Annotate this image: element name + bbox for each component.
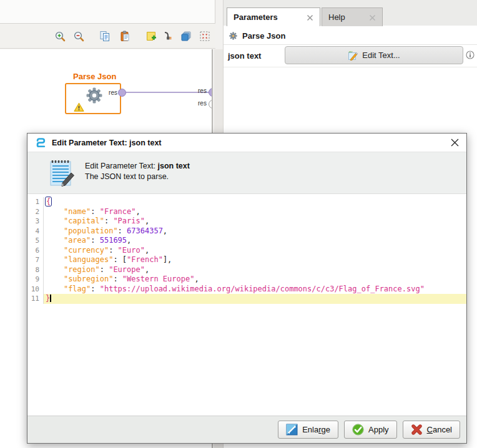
bring-to-front-icon[interactable]: [180, 31, 192, 42]
tab-help[interactable]: Help: [322, 7, 383, 26]
code-line[interactable]: 7 "languages": ["French"],: [27, 255, 466, 265]
zoom-in-icon[interactable]: [54, 31, 66, 42]
code-line[interactable]: 11}: [27, 294, 466, 304]
result-port-2[interactable]: [209, 100, 213, 109]
param-json-text-label: json text: [228, 51, 261, 61]
json-text-editor[interactable]: 1{2 "name": "France",3 "capital": "Paris…: [27, 194, 466, 416]
notepad-pencil-icon: [47, 158, 76, 188]
pencil-icon: [348, 51, 358, 61]
dialog-description: The JSON text to parse.: [85, 172, 169, 181]
line-number: 2: [27, 207, 44, 217]
line-number: 8: [27, 265, 44, 275]
code-text[interactable]: "area": 551695,: [44, 236, 466, 246]
line-number: 1: [27, 197, 44, 207]
separator: [224, 67, 477, 67]
operator-output-port[interactable]: [118, 89, 126, 97]
info-icon[interactable]: [466, 51, 475, 59]
dialog-titlebar[interactable]: Edit Parameter Text: json text: [27, 134, 466, 152]
result-port-label-2: res: [198, 100, 207, 107]
code-line[interactable]: 5 "area": 551695,: [27, 236, 466, 246]
code-text[interactable]: "capital": "Paris",: [44, 217, 466, 226]
code-text[interactable]: "region": "Europe",: [44, 265, 466, 275]
app-logo-icon: [35, 137, 46, 149]
dialog-heading: Edit Parameter Text: json text: [85, 162, 190, 170]
code-text[interactable]: {: [44, 197, 466, 207]
tab-help-label: Help: [328, 12, 345, 22]
code-line[interactable]: 8 "region": "Europe",: [27, 265, 466, 275]
separator: [224, 44, 477, 45]
code-line[interactable]: 1{: [27, 197, 466, 207]
edit-text-button-label: Edit Text...: [362, 51, 400, 60]
cancel-x-icon: [411, 424, 423, 436]
dialog-title: Edit Parameter Text: json text: [52, 139, 162, 147]
line-number: 3: [27, 217, 44, 226]
code-text[interactable]: "flag": "https://upload.wikimedia.org/wi…: [44, 285, 466, 295]
code-text[interactable]: }: [44, 294, 466, 304]
dialog-header: Edit Parameter Text: json text The JSON …: [27, 152, 466, 194]
zoom-out-icon[interactable]: [73, 31, 84, 42]
edit-parameter-text-dialog: Edit Parameter Text: json text Edit Para…: [27, 133, 467, 444]
enlarge-button[interactable]: Enlarge: [278, 421, 338, 439]
operator-parameters-header: Parse Json: [224, 27, 477, 44]
paste-icon[interactable]: [119, 31, 130, 42]
enlarge-icon: [286, 424, 298, 436]
line-number: 10: [27, 285, 44, 295]
upper-left-panel: [0, 0, 215, 24]
tab-close-icon[interactable]: [307, 14, 313, 21]
connect-icon[interactable]: [163, 31, 174, 42]
process-canvas-toolbar: [0, 24, 215, 49]
tab-close-icon[interactable]: [369, 14, 376, 21]
apply-button[interactable]: Apply: [344, 421, 397, 439]
operator-gear-icon: [85, 86, 104, 105]
code-line[interactable]: 4 "population": 67364357,: [27, 226, 466, 236]
line-number: 4: [27, 226, 44, 236]
line-number: 6: [27, 246, 44, 256]
code-line[interactable]: 3 "capital": "Paris",: [27, 217, 466, 226]
gear-icon: [229, 31, 238, 41]
code-line[interactable]: 6 "currency": "Euro",: [27, 246, 466, 256]
apply-check-icon: [352, 424, 364, 436]
edit-text-button[interactable]: Edit Text...: [285, 46, 463, 64]
tab-parameters[interactable]: Parameters: [227, 7, 320, 26]
line-number: 9: [27, 275, 44, 285]
operator-output-port-label: res: [109, 89, 117, 96]
code-line[interactable]: 9 "subregion": "Western Europe",: [27, 275, 466, 285]
code-text[interactable]: "population": 67364357,: [44, 226, 466, 236]
code-text[interactable]: "languages": ["French"],: [44, 255, 466, 265]
panel-tabstrip: Parameters Help: [224, 0, 477, 26]
operator-header-label: Parse Json: [242, 31, 285, 41]
cancel-button[interactable]: Cancel: [403, 421, 460, 439]
operator-title: Parse Json: [73, 72, 116, 81]
code-text[interactable]: "subregion": "Western Europe",: [44, 275, 466, 285]
line-number: 11: [27, 294, 44, 304]
text-caret: [50, 295, 51, 302]
dialog-footer: Enlarge Apply Cancel: [27, 416, 466, 443]
line-number: 7: [27, 255, 44, 265]
operator-parse-json[interactable]: res: [65, 83, 121, 114]
tab-parameters-label: Parameters: [234, 12, 278, 22]
copy-icon[interactable]: [99, 31, 111, 42]
code-text[interactable]: "currency": "Euro",: [44, 246, 466, 256]
dialog-close-icon[interactable]: [451, 139, 459, 147]
fit-view-icon[interactable]: [199, 31, 210, 42]
warning-icon: [74, 102, 84, 112]
result-port-label-1: res: [198, 87, 207, 94]
line-number: 5: [27, 236, 44, 246]
code-line[interactable]: 2 "name": "France",: [27, 207, 466, 217]
code-text[interactable]: "name": "France",: [44, 207, 466, 217]
result-port-1[interactable]: [209, 88, 213, 97]
add-note-icon[interactable]: [145, 31, 157, 42]
code-line[interactable]: 10 "flag": "https://upload.wikimedia.org…: [27, 285, 466, 295]
